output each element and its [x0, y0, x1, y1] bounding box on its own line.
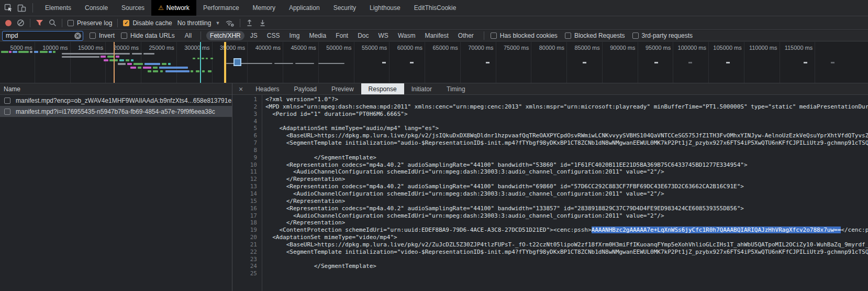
line-content — [262, 147, 265, 154]
tab-network[interactable]: ⚠Network — [151, 0, 196, 16]
request-list-panel: Name manifest.mpd?encp=ob_zWAV4e1MHF9WAI… — [0, 83, 232, 291]
detail-tab-payload[interactable]: Payload — [287, 83, 324, 94]
tab-elements[interactable]: Elements — [38, 0, 78, 16]
filter-type-wasm[interactable]: Wasm — [394, 31, 419, 40]
search-icon[interactable] — [49, 19, 57, 27]
detail-tab-timing[interactable]: Timing — [439, 83, 473, 94]
filter-icon[interactable] — [36, 19, 43, 26]
filter-type-doc[interactable]: Doc — [354, 31, 372, 40]
detail-tab-headers[interactable]: Headers — [248, 83, 286, 94]
waterfall-bar — [53, 51, 55, 53]
blocked-requests-label: Blocked Requests — [574, 32, 625, 39]
code-line: 20 <AdaptationSet mimeType="video/mp4"> — [232, 234, 868, 241]
export-har-icon[interactable] — [259, 19, 266, 27]
timeline-marker-line — [224, 42, 226, 83]
hide-data-urls-group[interactable]: Hide data URLs — [121, 32, 175, 39]
preserve-log-group[interactable]: Preserve log — [68, 19, 112, 27]
waterfall-dash — [688, 62, 692, 63]
detail-tab-bar: × HeadersPayloadPreviewResponseInitiator… — [232, 83, 868, 95]
code-line: 12 </Representation> — [232, 176, 868, 183]
filter-input[interactable] — [2, 31, 83, 41]
import-har-icon[interactable] — [246, 19, 253, 27]
tab-memory[interactable]: Memory — [246, 0, 282, 16]
detail-tab-preview[interactable]: Preview — [324, 83, 361, 94]
filter-type-js[interactable]: JS — [247, 31, 261, 40]
has-blocked-cookies-checkbox[interactable] — [491, 33, 497, 39]
tab-lighthouse[interactable]: Lighthouse — [363, 0, 407, 16]
3rd-party-requests-label: 3rd-party requests — [642, 32, 693, 39]
divider — [201, 31, 201, 40]
waterfall-bar — [148, 70, 151, 72]
has-blocked-cookies-label: Has blocked cookies — [500, 32, 558, 39]
hide-data-urls-checkbox[interactable] — [121, 33, 127, 39]
request-row-checkbox[interactable] — [4, 109, 10, 115]
filter-type-media[interactable]: Media — [305, 31, 330, 40]
clear-filter-icon[interactable]: ✕ — [74, 33, 81, 39]
waterfall-bar — [208, 70, 212, 72]
record-network-log-icon[interactable] — [5, 20, 12, 26]
request-row[interactable]: manifest.mpd?i=i176955435-n5947b76a-fb69… — [0, 106, 232, 117]
tab-application[interactable]: Application — [282, 0, 327, 16]
3rd-party-requests-checkbox[interactable] — [632, 33, 639, 39]
invert-group[interactable]: Invert — [90, 32, 115, 39]
waterfall-bar — [104, 59, 108, 61]
filter-type-img[interactable]: Img — [285, 31, 303, 40]
timeline-tick-label: 70000 ms — [457, 45, 494, 51]
tab-label: Performance — [203, 4, 239, 12]
blocked-requests-group[interactable]: Blocked Requests — [565, 32, 625, 39]
name-column-header[interactable]: Name — [4, 85, 20, 93]
filter-type-manifest[interactable]: Manifest — [421, 31, 452, 40]
clear-network-log-icon[interactable] — [17, 19, 25, 27]
timeline-tick-label: 5000 ms — [0, 45, 32, 51]
line-content: <SegmentTemplate initialization="audio-$… — [262, 139, 868, 147]
tab-console[interactable]: Console — [78, 0, 115, 16]
invert-checkbox[interactable] — [90, 33, 96, 39]
disable-cache-checkbox[interactable]: ✓ — [123, 20, 129, 26]
code-line: 11 <AudioChannelConfiguration schemeIdUr… — [232, 168, 868, 176]
request-row[interactable]: manifest.mpd?encp=ob_zWAV4e1MHF9WAIlAAdA… — [0, 95, 232, 106]
close-detail-icon[interactable]: × — [232, 83, 248, 94]
tab-label: EditThisCookie — [414, 4, 457, 12]
waterfall-bar — [13, 51, 17, 53]
has-blocked-cookies-group[interactable]: Has blocked cookies — [491, 32, 558, 39]
tab-sources[interactable]: Sources — [115, 0, 151, 16]
devtools-left-icons — [0, 0, 38, 16]
waterfall-dash — [583, 62, 586, 63]
filter-type-css[interactable]: CSS — [263, 31, 284, 40]
3rd-party-requests-group[interactable]: 3rd-party requests — [632, 32, 693, 39]
code-line: 1<?xml version="1.0"?> — [232, 96, 868, 103]
filter-type-ws[interactable]: WS — [375, 31, 392, 40]
disable-cache-group[interactable]: ✓ Disable cache — [123, 19, 172, 27]
divider — [240, 19, 240, 27]
timeline-tick-label: 75000 ms — [492, 45, 529, 51]
inspect-element-icon[interactable] — [4, 4, 13, 13]
preserve-log-checkbox[interactable] — [68, 20, 74, 26]
filter-type-font[interactable]: Font — [332, 31, 352, 40]
tab-editthiscookie[interactable]: EditThisCookie — [407, 0, 463, 16]
tab-performance[interactable]: Performance — [196, 0, 246, 16]
throttling-dropdown[interactable]: No throttling ▼ — [177, 19, 220, 27]
network-overview-timeline[interactable]: 5000 ms10000 ms15000 ms20000 ms25000 ms3… — [0, 42, 868, 83]
network-conditions-icon[interactable] — [225, 19, 235, 27]
toggle-device-toolbar-icon[interactable] — [17, 4, 26, 13]
waterfall-bar — [159, 67, 188, 69]
detail-tab-response[interactable]: Response — [361, 83, 404, 94]
line-content: <AudioChannelConfiguration schemeIdUri="… — [262, 168, 664, 176]
blocked-requests-checkbox[interactable] — [565, 33, 571, 39]
filter-type-all[interactable]: All — [181, 31, 195, 40]
chevron-down-icon: ▼ — [215, 20, 220, 26]
waterfall-dash — [831, 62, 834, 63]
line-content: </SegmentTemplate> — [262, 154, 376, 161]
request-row-checkbox[interactable] — [4, 98, 10, 104]
waterfall-bar — [196, 70, 199, 72]
tab-label: Security — [333, 4, 356, 12]
filter-type-other[interactable]: Other — [454, 31, 477, 40]
response-code-view[interactable]: 1<?xml version="1.0"?>2<MPD xmlns="urn:m… — [232, 94, 868, 291]
detail-tab-initiator[interactable]: Initiator — [404, 83, 439, 94]
filter-type-fetch-xhr[interactable]: Fetch/XHR — [206, 31, 244, 40]
tab-security[interactable]: Security — [327, 0, 363, 16]
code-line: 24 </SegmentTemplate> — [232, 263, 868, 270]
request-list-header[interactable]: Name — [0, 83, 232, 95]
waterfall-bar — [18, 51, 29, 53]
selected-request-marker[interactable] — [233, 58, 241, 66]
